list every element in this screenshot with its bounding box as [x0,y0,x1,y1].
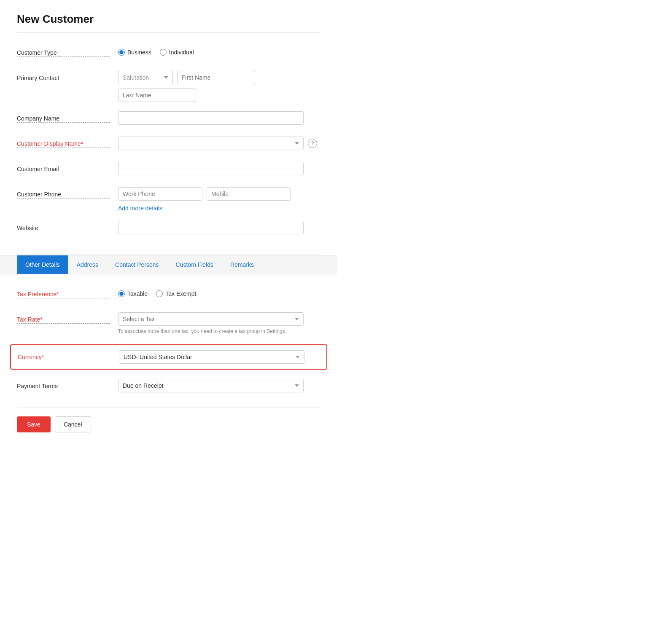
radio-taxable-label: Taxable [127,290,148,297]
customer-phone-controls: Add more details [118,187,320,212]
customer-email-label: Customer Email [17,162,110,173]
payment-terms-row: Payment Terms Due on Receipt Net 15 Net … [17,379,320,395]
website-label: Website [17,221,110,232]
radio-taxable[interactable]: Taxable [118,290,148,297]
customer-type-controls: Business Individual [118,46,320,56]
radio-individual[interactable]: Individual [160,49,194,56]
tax-preference-row: Tax Preference* Taxable Tax Exempt [17,287,320,303]
tab-remarks[interactable]: Remarks [222,255,262,274]
display-name-help-icon[interactable]: ? [308,139,317,148]
tabs-container: Other Details Address Contact Persons Cu… [0,255,337,274]
tax-rate-label: Tax Rate* [17,312,110,324]
display-name-row: Customer Display Name* ? [17,137,320,153]
add-more-details-link[interactable]: Add more details [118,205,162,212]
tab-other-details[interactable]: Other Details [17,255,68,274]
tax-rate-controls: Select a Tax To associate more than one … [118,312,320,335]
website-input[interactable] [118,221,304,234]
main-form-section: Customer Type Business Individual Primar… [17,46,320,255]
customer-email-input[interactable] [118,162,304,175]
tax-preference-radio-group: Taxable Tax Exempt [118,287,196,297]
primary-contact-label: Primary Contact [17,71,110,82]
radio-individual-input[interactable] [160,49,167,56]
salutation-select[interactable]: Salutation Mr. Mrs. Ms. Dr. Prof. [118,71,173,84]
customer-email-controls [118,162,320,175]
tax-controls-wrapper: Select a Tax To associate more than one … [118,312,304,335]
radio-business-input[interactable] [118,49,125,56]
currency-controls: USD- United States Dollar EUR- Euro GBP-… [119,350,320,364]
tax-rate-row: Tax Rate* Select a Tax To associate more… [17,312,320,335]
cancel-button[interactable]: Cancel [55,416,91,432]
radio-tax-exempt[interactable]: Tax Exempt [156,290,196,297]
currency-row: Currency* USD- United States Dollar EUR-… [10,344,327,370]
company-name-controls [118,111,320,125]
work-phone-input[interactable] [118,187,202,201]
tab-address[interactable]: Address [68,255,107,274]
company-name-label: Company Name [17,111,110,123]
radio-individual-label: Individual [169,49,194,56]
tax-rate-select[interactable]: Select a Tax [118,312,304,326]
radio-business[interactable]: Business [118,49,151,56]
other-details-content: Tax Preference* Taxable Tax Exempt Tax R… [17,274,320,395]
company-name-row: Company Name [17,111,320,127]
radio-tax-exempt-input[interactable] [156,290,163,297]
payment-terms-label: Payment Terms [17,379,110,390]
radio-tax-exempt-label: Tax Exempt [165,290,196,297]
form-footer: Save Cancel [17,408,320,432]
display-name-label: Customer Display Name* [17,137,110,148]
primary-contact-controls: Salutation Mr. Mrs. Ms. Dr. Prof. [118,71,320,102]
customer-type-radio-group: Business Individual [118,46,194,56]
display-name-select[interactable] [118,137,304,150]
customer-phone-row: Customer Phone Add more details [17,187,320,212]
primary-contact-row: Primary Contact Salutation Mr. Mrs. Ms. … [17,71,320,102]
customer-phone-label: Customer Phone [17,187,110,199]
tab-custom-fields[interactable]: Custom Fields [167,255,222,274]
display-name-controls: ? [118,137,320,150]
first-name-input[interactable] [177,71,255,84]
tax-preference-controls: Taxable Tax Exempt [118,287,320,297]
website-controls [118,221,320,234]
radio-business-label: Business [127,49,151,56]
currency-label: Currency* [18,353,110,361]
company-name-input[interactable] [118,111,304,125]
website-row: Website [17,221,320,237]
customer-type-row: Customer Type Business Individual [17,46,320,62]
radio-taxable-input[interactable] [118,290,125,297]
payment-terms-controls: Due on Receipt Net 15 Net 30 Net 60 [118,379,320,392]
page-title: New Customer [17,13,320,33]
tax-rate-hint: To associate more than one tax, you need… [118,328,304,335]
customer-type-label: Customer Type [17,46,110,57]
tax-preference-label: Tax Preference* [17,287,110,298]
mobile-input[interactable] [207,187,291,201]
save-button[interactable]: Save [17,416,51,432]
last-name-input[interactable] [118,89,196,102]
currency-select[interactable]: USD- United States Dollar EUR- Euro GBP-… [119,350,304,364]
customer-email-row: Customer Email [17,162,320,178]
payment-terms-select[interactable]: Due on Receipt Net 15 Net 30 Net 60 [118,379,304,392]
tab-contact-persons[interactable]: Contact Persons [107,255,167,274]
